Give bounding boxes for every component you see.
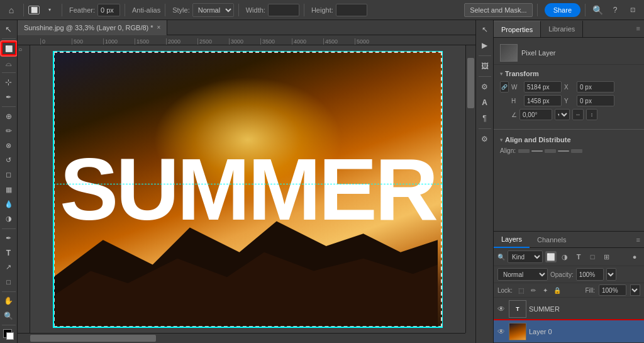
rectangular-marquee-tool[interactable]: ⬜ bbox=[1, 42, 16, 55]
filter-toggle-icon[interactable]: ● bbox=[629, 251, 640, 262]
width-input[interactable] bbox=[268, 4, 299, 16]
canvas-scroll-area[interactable]: 0 200 400 600 800 bbox=[18, 45, 475, 343]
layer-row-0[interactable]: 👁 Layer 0 bbox=[494, 320, 644, 343]
layers-menu-icon[interactable]: ≡ bbox=[633, 232, 644, 247]
path-selection-tool[interactable]: ↗ bbox=[1, 261, 16, 274]
gradient-tool[interactable]: ▦ bbox=[1, 183, 16, 196]
align-dot-2[interactable] bbox=[545, 149, 556, 153]
home-icon[interactable]: ⌂ bbox=[4, 3, 19, 18]
align-dot-3[interactable] bbox=[571, 149, 582, 153]
help-icon[interactable]: ? bbox=[608, 3, 623, 18]
width-field[interactable] bbox=[524, 81, 562, 93]
brush-tool[interactable]: ✏ bbox=[1, 124, 16, 137]
flip-v-icon[interactable]: ↕ bbox=[586, 109, 597, 120]
type-tool[interactable]: T bbox=[1, 246, 16, 259]
tab-close-icon[interactable]: × bbox=[157, 24, 161, 31]
scrollbar-thumb-horizontal[interactable] bbox=[30, 335, 156, 342]
lock-artboard-icon[interactable]: ✦ bbox=[540, 285, 550, 295]
zoom-tool[interactable]: 🔍 bbox=[1, 309, 16, 322]
tab-libraries[interactable]: Libraries bbox=[541, 21, 583, 37]
tab-layers[interactable]: Layers bbox=[494, 232, 530, 248]
kind-filter-select[interactable]: Kind bbox=[508, 250, 543, 263]
x-field[interactable] bbox=[577, 81, 614, 93]
ruler-mark-500: 500 bbox=[72, 38, 103, 45]
filter-pixel-icon[interactable]: ⬜ bbox=[545, 251, 557, 262]
select-mask-button[interactable]: Select and Mask... bbox=[464, 3, 533, 17]
summer-text: SUMMER bbox=[60, 145, 436, 233]
align-dot-1[interactable] bbox=[518, 149, 530, 153]
vert-sep-2 bbox=[479, 76, 491, 77]
layer-eye-0[interactable]: 👁 bbox=[496, 327, 506, 336]
share-button[interactable]: Share bbox=[545, 3, 580, 17]
pen-tool[interactable]: ✒ bbox=[1, 231, 16, 244]
fill-input[interactable] bbox=[599, 284, 626, 296]
shape-tool[interactable]: □ bbox=[1, 276, 16, 289]
canvas-area: Sunshine.jpg @ 33,3% (Layer 0, RGB/8) * … bbox=[18, 20, 475, 343]
scrollbar-thumb-vertical[interactable] bbox=[467, 58, 474, 108]
clone-stamp-tool[interactable]: ⊗ bbox=[1, 139, 16, 152]
panel-menu-icon[interactable]: ≡ bbox=[633, 20, 644, 37]
vert-text-icon[interactable]: A bbox=[478, 96, 492, 110]
document-tab[interactable]: Sunshine.jpg @ 33,3% (Layer 0, RGB/8) * … bbox=[18, 20, 167, 35]
rectangular-marquee-icon[interactable]: ⬜ bbox=[28, 6, 40, 14]
lt-sep-4 bbox=[2, 228, 16, 229]
fill-arrow[interactable]: ▾ bbox=[630, 284, 640, 296]
vertical-ruler: 0 200 400 600 800 bbox=[18, 45, 30, 333]
eraser-tool[interactable]: ◻ bbox=[1, 168, 16, 181]
marquee-options-icon[interactable]: ▾ bbox=[42, 3, 57, 18]
feather-label: Feather: bbox=[69, 6, 95, 14]
vert-play-icon[interactable]: ▶ bbox=[478, 38, 492, 52]
layer-eye-summer[interactable]: 👁 bbox=[496, 305, 506, 313]
vert-paragraph-icon[interactable]: ¶ bbox=[478, 111, 492, 125]
lock-icons: ⬚ ✏ ✦ 🔒 bbox=[516, 285, 562, 295]
search-icon[interactable]: 🔍 bbox=[590, 3, 605, 18]
vert-arrow-icon[interactable]: ↖ bbox=[478, 23, 492, 37]
blend-mode-select[interactable]: Normal bbox=[497, 268, 548, 281]
link-icon[interactable]: 🔗 bbox=[500, 81, 509, 93]
right-panel: Properties Libraries ≡ Pixel Layer ▾ Tra… bbox=[493, 20, 644, 343]
scrollbar-vertical[interactable] bbox=[465, 45, 475, 333]
healing-brush-tool[interactable]: ⊕ bbox=[1, 110, 16, 123]
eyedropper-tool[interactable]: ✒ bbox=[1, 91, 16, 104]
angle-select[interactable]: ▾ bbox=[555, 109, 570, 120]
layer-thumbnail bbox=[500, 44, 518, 62]
style-select[interactable]: Normal bbox=[192, 3, 234, 17]
blur-tool[interactable]: 💧 bbox=[1, 198, 16, 211]
filter-adjust-icon[interactable]: ◑ bbox=[559, 251, 570, 262]
flip-h-icon[interactable]: ↔ bbox=[572, 109, 584, 120]
opacity-input[interactable] bbox=[576, 268, 604, 281]
height-field[interactable] bbox=[524, 95, 562, 106]
crop-tool[interactable]: ⊹ bbox=[1, 76, 16, 89]
y-field[interactable] bbox=[577, 95, 614, 106]
opacity-arrow[interactable]: ▾ bbox=[606, 268, 616, 281]
align-header[interactable]: ▾ Align and Distribute bbox=[500, 136, 638, 143]
top-toolbar: ⌂ ⬜ ▾ Feather: Anti-alias Style: Normal … bbox=[0, 0, 644, 20]
layer-row-summer[interactable]: 👁 T SUMMER bbox=[494, 298, 644, 320]
canvas-content[interactable]: SUMMER bbox=[53, 51, 443, 328]
ruler-mark-1500: 1500 bbox=[135, 38, 166, 45]
lock-transparent-icon[interactable]: ⬚ bbox=[516, 285, 526, 295]
lock-image-icon[interactable]: ✏ bbox=[528, 285, 538, 295]
history-brush-tool[interactable]: ↺ bbox=[1, 154, 16, 167]
height-input[interactable] bbox=[336, 4, 367, 16]
vert-adjust-icon[interactable]: ⚙ bbox=[478, 80, 492, 94]
transform-header[interactable]: ▾ Transform bbox=[500, 70, 638, 77]
scrollbar-horizontal[interactable] bbox=[18, 333, 465, 343]
tab-properties[interactable]: Properties bbox=[494, 21, 541, 37]
color-swatch[interactable] bbox=[2, 328, 16, 340]
lasso-tool[interactable]: ⌓ bbox=[1, 57, 16, 70]
style-label: Style: bbox=[172, 6, 190, 14]
filter-shape-icon[interactable]: □ bbox=[587, 251, 598, 262]
tab-channels[interactable]: Channels bbox=[530, 232, 574, 248]
feather-input[interactable] bbox=[97, 4, 120, 16]
vert-settings-icon[interactable]: ⚙ bbox=[478, 132, 492, 146]
arrange-icon[interactable]: ⊡ bbox=[625, 3, 640, 18]
angle-field[interactable] bbox=[519, 109, 552, 120]
hand-tool[interactable]: ✋ bbox=[1, 295, 16, 308]
lock-position-icon[interactable]: 🔒 bbox=[552, 285, 562, 295]
dodge-tool[interactable]: ◑ bbox=[1, 212, 16, 225]
filter-smartobj-icon[interactable]: ⊞ bbox=[601, 251, 612, 262]
move-tool[interactable]: ↖ bbox=[1, 23, 16, 36]
vert-image-icon[interactable]: 🖼 bbox=[478, 59, 492, 73]
filter-type-icon[interactable]: T bbox=[573, 251, 584, 262]
